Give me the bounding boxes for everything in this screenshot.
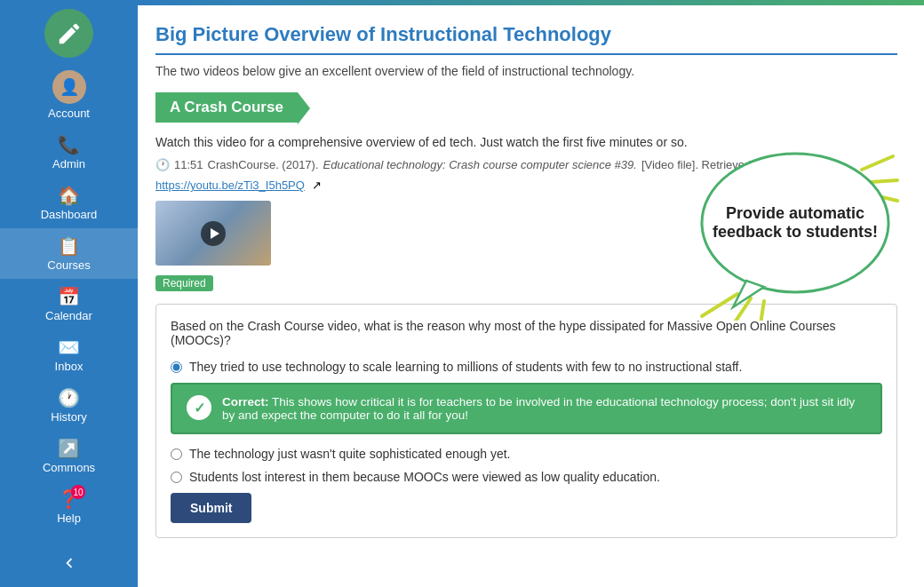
courses-icon: 📋 xyxy=(58,235,80,257)
submit-button[interactable]: Submit xyxy=(171,493,251,523)
checkmark-icon: ✓ xyxy=(187,395,211,420)
calendar-icon: 📅 xyxy=(58,286,80,307)
external-link-icon: ↗ xyxy=(312,178,322,192)
svg-line-2 xyxy=(760,301,764,321)
section-header: A Crash Course xyxy=(155,92,298,123)
sidebar-item-admin[interactable]: 📞 Admin xyxy=(0,127,138,178)
inbox-icon: ✉️ xyxy=(58,337,80,358)
correct-feedback: ✓ Correct: This shows how critical it is… xyxy=(171,383,882,434)
sidebar-item-commons[interactable]: ↗️ Commons xyxy=(0,431,138,481)
question-text: Based on the Crash Course video, what is… xyxy=(171,319,882,347)
answer-option-3[interactable]: Students lost interest in them because M… xyxy=(171,470,882,484)
app-logo[interactable] xyxy=(44,9,93,58)
video-url-link[interactable]: https://youtu.be/zTi3_I5h5PQ xyxy=(155,178,305,192)
sidebar-item-account-label: Account xyxy=(48,107,90,120)
sidebar-item-courses-label: Courses xyxy=(47,258,90,272)
answer-text-3: Students lost interest in them because M… xyxy=(189,470,660,484)
citation-author: CrashCourse. (2017). xyxy=(208,158,319,171)
sidebar-item-calendar[interactable]: 📅 Calendar xyxy=(0,279,138,329)
history-icon: 🕐 xyxy=(58,387,80,409)
sidebar-item-help[interactable]: ❓ 10 Help xyxy=(0,481,138,532)
citation-title: Educational technology: Crash course com… xyxy=(323,158,637,171)
sidebar-item-calendar-label: Calendar xyxy=(45,309,92,322)
pencil-icon xyxy=(56,20,83,47)
sidebar-item-dashboard-label: Dashboard xyxy=(41,208,98,221)
clock-icon: 🕐 xyxy=(155,158,170,171)
answer-text-1: They tried to use technology to scale le… xyxy=(189,360,742,374)
required-badge: Required xyxy=(155,275,213,291)
speech-bubble-text: Provide automatic feedback to students! xyxy=(702,161,888,285)
sidebar-collapse-button[interactable] xyxy=(0,544,138,587)
feedback-label: Correct: xyxy=(222,395,269,409)
answer-radio-2[interactable] xyxy=(171,448,182,460)
main-area: Big Picture Overview of Instructional Te… xyxy=(138,0,924,587)
play-button[interactable] xyxy=(201,221,226,246)
page-subtitle: The two videos below give an excellent o… xyxy=(155,64,897,78)
dashboard-icon: 🏠 xyxy=(58,185,80,206)
sidebar-item-commons-label: Commons xyxy=(43,461,95,474)
question-box: Based on the Crash Course video, what is… xyxy=(155,304,897,538)
commons-icon: ↗️ xyxy=(58,438,80,459)
sidebar-item-inbox[interactable]: ✉️ Inbox xyxy=(0,329,138,380)
page-title: Big Picture Overview of Instructional Te… xyxy=(155,23,897,55)
answer-option-2[interactable]: The technology just wasn't quite sophist… xyxy=(171,447,882,461)
answer-radio-3[interactable] xyxy=(171,472,182,483)
feedback-text-container: Correct: This shows how critical it is f… xyxy=(222,395,866,422)
answer-radio-1[interactable] xyxy=(171,361,182,373)
sidebar-item-admin-label: Admin xyxy=(52,157,85,171)
feedback-body: This shows how critical it is for teache… xyxy=(222,395,855,422)
sidebar-item-courses[interactable]: 📋 Courses xyxy=(0,228,138,279)
video-thumb-bg xyxy=(155,201,271,266)
sidebar-item-inbox-label: Inbox xyxy=(55,360,84,373)
answer-option-1[interactable]: They tried to use technology to scale le… xyxy=(171,360,882,374)
speech-bubble-wrapper: Provide automatic feedback to students! xyxy=(684,143,906,321)
sidebar-item-history[interactable]: 🕐 History xyxy=(0,380,138,431)
avatar: 👤 xyxy=(52,70,86,104)
video-thumbnail[interactable] xyxy=(155,201,271,266)
content-scroll: Big Picture Overview of Instructional Te… xyxy=(138,5,924,587)
collapse-icon xyxy=(60,553,79,573)
citation-time: 11:51 xyxy=(174,158,203,171)
help-badge-wrapper: ❓ 10 xyxy=(58,488,80,512)
help-badge-count: 10 xyxy=(71,485,85,499)
svg-line-0 xyxy=(702,294,737,316)
admin-icon: 📞 xyxy=(58,134,80,155)
answer-text-2: The technology just wasn't quite sophist… xyxy=(189,447,510,461)
sidebar-item-history-label: History xyxy=(51,410,86,424)
sidebar-item-account[interactable]: 👤 Account xyxy=(0,63,138,127)
sidebar: 👤 Account 📞 Admin 🏠 Dashboard 📋 Courses … xyxy=(0,0,138,587)
sidebar-item-dashboard[interactable]: 🏠 Dashboard xyxy=(0,178,138,228)
sidebar-item-help-label: Help xyxy=(57,512,81,525)
